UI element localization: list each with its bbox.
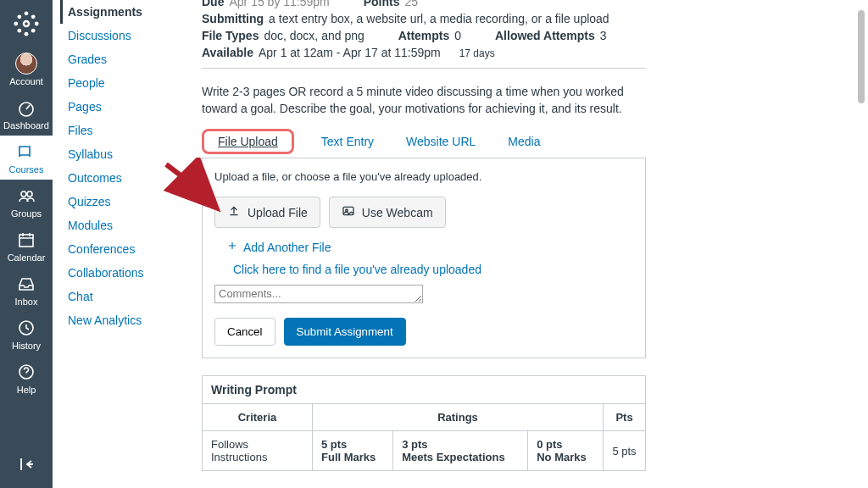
- nav-dashboard[interactable]: Dashboard: [0, 92, 53, 136]
- coursenav-pages[interactable]: Pages: [68, 95, 181, 119]
- scrollbar-thumb[interactable]: [858, 10, 865, 103]
- tab-text-entry[interactable]: Text Entry: [316, 131, 379, 152]
- svg-point-0: [25, 11, 29, 15]
- nav-collapse[interactable]: [0, 446, 53, 488]
- nav-groups[interactable]: Groups: [0, 180, 53, 224]
- nav-inbox-label: Inbox: [15, 297, 38, 307]
- svg-point-3: [35, 22, 39, 26]
- nav-groups-label: Groups: [11, 208, 42, 219]
- assignment-meta: DueApr 15 by 11:59pm Points25: [202, 0, 853, 8]
- svg-point-6: [17, 29, 21, 33]
- use-webcam-button[interactable]: Use Webcam: [329, 197, 446, 228]
- avatar-icon: [15, 53, 37, 75]
- nav-inbox[interactable]: Inbox: [0, 268, 53, 312]
- nav-account-label: Account: [9, 76, 43, 86]
- comments-input[interactable]: [214, 285, 423, 303]
- plus-icon: [226, 240, 238, 254]
- due-value: Apr 15 by 11:59pm: [229, 0, 329, 8]
- rubric-row: Follows Instructions 5 ptsFull Marks 3 p…: [203, 431, 646, 471]
- filetypes-value: doc, docx, and png: [264, 29, 364, 42]
- rubric-rating-3: 0 ptsNo Marks: [528, 431, 604, 471]
- svg-point-2: [14, 22, 18, 26]
- svg-point-5: [31, 14, 36, 19]
- svg-point-8: [24, 21, 29, 26]
- nav-courses[interactable]: Courses: [0, 136, 53, 180]
- upload-file-button[interactable]: Upload File: [214, 197, 320, 228]
- allowed-value: 3: [600, 29, 607, 42]
- nav-help[interactable]: Help: [0, 356, 53, 400]
- nav-calendar-label: Calendar: [8, 252, 46, 263]
- rubric-col-pts: Pts: [604, 404, 646, 431]
- add-another-file-link[interactable]: Add Another File: [226, 240, 633, 254]
- coursenav-quizzes[interactable]: Quizzes: [68, 190, 181, 214]
- rubric-title: Writing Prompt: [202, 375, 646, 403]
- divider: [202, 68, 646, 69]
- rubric-table: Writing Prompt Criteria Ratings Pts Foll…: [202, 375, 646, 471]
- submit-assignment-button[interactable]: Submit Assignment: [284, 318, 406, 346]
- image-icon: [342, 204, 355, 220]
- points-value: 25: [404, 0, 418, 8]
- nav-help-label: Help: [17, 385, 36, 395]
- tab-highlight-annotation: File Upload: [202, 129, 294, 154]
- attempts-label: Attempts: [398, 29, 450, 42]
- rubric-col-ratings: Ratings: [313, 404, 604, 431]
- find-existing-link[interactable]: Click here to find a file you've already…: [233, 263, 633, 276]
- groups-icon: [15, 185, 37, 207]
- help-icon: [15, 361, 37, 383]
- coursenav-chat[interactable]: Chat: [68, 285, 181, 308]
- tab-file-upload[interactable]: File Upload: [213, 131, 283, 152]
- dashboard-icon: [15, 97, 37, 119]
- tab-website-url[interactable]: Website URL: [401, 131, 481, 152]
- coursenav-people[interactable]: People: [68, 71, 181, 95]
- coursenav-files[interactable]: Files: [68, 119, 181, 142]
- svg-rect-12: [19, 235, 33, 247]
- attempts-value: 0: [454, 29, 461, 42]
- coursenav-outcomes[interactable]: Outcomes: [68, 166, 181, 190]
- available-label: Available: [202, 46, 253, 59]
- cancel-button[interactable]: Cancel: [214, 318, 275, 346]
- svg-point-1: [25, 32, 29, 36]
- rubric-rating-2: 3 ptsMeets Expectations: [393, 431, 528, 471]
- content-area: DueApr 15 by 11:59pm Points25 Submitting…: [202, 0, 853, 488]
- coursenav-discussions[interactable]: Discussions: [68, 24, 181, 47]
- available-days: 17 days: [459, 47, 495, 59]
- coursenav-syllabus[interactable]: Syllabus: [68, 142, 181, 166]
- upload-file-button-label: Upload File: [248, 206, 308, 219]
- canvas-logo[interactable]: [11, 8, 42, 39]
- coursenav-assignments[interactable]: Assignments: [60, 0, 181, 24]
- assignment-description: Write 2-3 pages OR record a 5 minute vid…: [202, 84, 634, 117]
- svg-point-11: [27, 191, 32, 197]
- nav-calendar[interactable]: Calendar: [0, 224, 53, 268]
- available-value: Apr 1 at 12am - Apr 17 at 11:59pm: [259, 46, 441, 59]
- rubric-criteria: Follows Instructions: [203, 431, 313, 471]
- upload-icon: [227, 204, 241, 220]
- nav-history-label: History: [12, 341, 41, 351]
- calendar-icon: [15, 229, 37, 251]
- rubric-col-criteria: Criteria: [203, 404, 313, 431]
- coursenav-modules[interactable]: Modules: [68, 214, 181, 237]
- submitting-label: Submitting: [202, 12, 264, 25]
- upload-panel: Upload a file, or choose a file you've a…: [202, 158, 646, 358]
- submission-tabs: File Upload Text Entry Website URL Media: [202, 129, 853, 154]
- assignment-meta-3: File Typesdoc, docx, and png Attempts0 A…: [202, 29, 853, 42]
- coursenav-newanalytics[interactable]: New Analytics: [68, 308, 181, 332]
- nav-courses-label: Courses: [9, 164, 44, 175]
- add-another-file-label: Add Another File: [243, 241, 331, 254]
- allowed-label: Allowed Attempts: [495, 29, 595, 42]
- rubric-pts: 5 pts: [604, 431, 646, 471]
- coursenav-collaborations[interactable]: Collaborations: [68, 261, 181, 285]
- history-icon: [15, 317, 37, 339]
- points-label: Points: [364, 0, 400, 8]
- coursenav-grades[interactable]: Grades: [68, 47, 181, 71]
- coursenav-conferences[interactable]: Conferences: [68, 237, 181, 261]
- assignment-meta-4: AvailableApr 1 at 12am - Apr 17 at 11:59…: [202, 46, 853, 59]
- nav-history[interactable]: History: [0, 312, 53, 356]
- svg-point-10: [21, 191, 26, 197]
- submitting-value: a text entry box, a website url, a media…: [269, 12, 609, 25]
- nav-account[interactable]: Account: [0, 47, 53, 92]
- tab-media[interactable]: Media: [503, 131, 545, 152]
- upload-instruction: Upload a file, or choose a file you've a…: [214, 170, 633, 183]
- svg-point-7: [31, 29, 36, 33]
- courses-icon: [15, 141, 37, 163]
- rubric-rating-1: 5 ptsFull Marks: [313, 431, 393, 471]
